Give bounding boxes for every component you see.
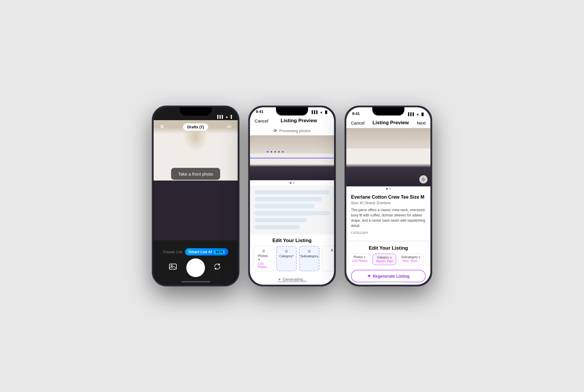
photos-tab-2[interactable]: ⊕ Photos ∨ 1/16 Photos bbox=[253, 246, 274, 271]
shutter-button[interactable] bbox=[186, 258, 205, 277]
photos-tab3-label: Photos ∨ bbox=[354, 256, 366, 259]
signal-icon-1: ▌▌▌ bbox=[217, 115, 224, 118]
category-tab-3[interactable]: Category ∨ Women Tops bbox=[372, 253, 396, 265]
next-button-3[interactable]: Next bbox=[417, 120, 426, 125]
photo-dots-2 bbox=[250, 180, 334, 186]
cancel-button-2[interactable]: Cancel bbox=[255, 118, 268, 123]
edit-tabs-3: Photos ∨ 1/16 Photos Category ∨ Women To… bbox=[346, 253, 430, 267]
battery-icon-3: ▐▌ bbox=[420, 113, 425, 116]
listing-description: This piece offers a classic crew neck, o… bbox=[351, 207, 426, 228]
subcategory-tab3-label: Subcategory ∨ bbox=[401, 256, 420, 259]
classic-list-label[interactable]: Classic List bbox=[163, 250, 182, 254]
drafts-badge[interactable]: Drafts (7) bbox=[183, 123, 208, 131]
camera-screen: ▌▌▌ ▲ ▐ ✕ Drafts (7) ✂ Take a front bbox=[154, 107, 238, 285]
photos-tab-icon: ⊕ bbox=[262, 249, 265, 253]
home-indicator-1 bbox=[181, 281, 210, 282]
skeleton-1 bbox=[255, 190, 329, 194]
loading-section bbox=[250, 186, 334, 234]
phone-preview: 9:41 ▌▌▌ ▲ ▐▌ Cancel Listing Preview Nex… bbox=[345, 106, 432, 286]
processing-icon: ⟳ bbox=[274, 128, 277, 133]
scissors-button[interactable]: ✂ bbox=[227, 123, 232, 131]
nav-title-3: Listing Preview bbox=[373, 120, 409, 126]
status-time-2: 9:41 bbox=[256, 109, 263, 114]
brand-tab-2[interactable]: B bbox=[322, 246, 334, 271]
smart-list-text: Smart List AI bbox=[189, 250, 212, 254]
scan-dot bbox=[274, 151, 276, 153]
photos-tab-3[interactable]: Photos ∨ 1/16 Photos bbox=[349, 253, 371, 265]
wifi-icon-2: ▲ bbox=[320, 110, 323, 114]
battery-icon-2: ▐▌ bbox=[324, 111, 328, 114]
camera-top-bar: ✕ Drafts (7) ✂ bbox=[154, 120, 238, 134]
photos-tab3-sublabel: 1/16 Photos bbox=[352, 259, 367, 262]
wifi-icon-1: ▲ bbox=[225, 115, 228, 118]
brand-tab-label: B bbox=[331, 249, 333, 252]
scan-dots bbox=[267, 151, 284, 153]
processing-screen: 9:41 ▌▌▌ ▲ ▐▌ Cancel Listing Preview bbox=[250, 107, 334, 285]
skeleton-3 bbox=[255, 204, 314, 208]
svg-point-1 bbox=[171, 265, 173, 266]
front-photo-label: Take a front photo bbox=[171, 168, 220, 180]
wifi-icon-3: ▲ bbox=[416, 112, 419, 116]
edit-listing-title-3: Edit Your Listing bbox=[346, 242, 430, 253]
phone-processing: 9:41 ▌▌▌ ▲ ▐▌ Cancel Listing Preview bbox=[248, 106, 336, 286]
notch-3 bbox=[372, 107, 404, 116]
home-indicator-3 bbox=[374, 281, 403, 282]
regen-sparkle-icon: ✦ bbox=[367, 273, 371, 279]
listing-card-dots bbox=[346, 186, 430, 191]
skeleton-5 bbox=[255, 218, 307, 222]
nav-title-2: Listing Preview bbox=[281, 118, 317, 124]
processing-text: Processing photos bbox=[279, 129, 311, 133]
listing-dot-2 bbox=[389, 188, 391, 190]
edit-listing-section-2: Edit Your Listing ⊕ Photos ∨ 1/16 Photos… bbox=[250, 234, 334, 285]
status-icons-2: ▌▌▌ ▲ ▐▌ bbox=[312, 110, 328, 114]
category-tab3-sublabel: Women Tops bbox=[376, 260, 393, 263]
scan-dot bbox=[271, 151, 272, 153]
category-tab-label: Category* bbox=[279, 254, 294, 258]
smart-list-badge[interactable]: Smart List AI BETA bbox=[185, 248, 228, 256]
phone-camera: ▌▌▌ ▲ ▐ ✕ Drafts (7) ✂ Take a front bbox=[152, 106, 239, 286]
listing-title: Everlane Cotton Crew Tee Size M bbox=[351, 195, 426, 200]
scan-dot bbox=[267, 151, 268, 153]
camera-controls bbox=[154, 258, 238, 277]
svg-rect-0 bbox=[169, 264, 176, 269]
listing-card bbox=[346, 128, 430, 191]
photos-tab-label: Photos ∨ bbox=[258, 254, 270, 261]
skeleton-4 bbox=[255, 211, 329, 215]
nav-bar-3: Cancel Listing Preview Next bbox=[346, 118, 430, 128]
subcategory-tab-2[interactable]: ⊕ Subcategory bbox=[299, 246, 319, 271]
category-tab-icon: ⊕ bbox=[285, 249, 288, 253]
listing-meta: Size: M | Brand: Everlane bbox=[351, 201, 426, 205]
nav-bar-2: Cancel Listing Preview bbox=[250, 116, 334, 126]
svg-point-2 bbox=[423, 178, 424, 180]
subcategory-tab-icon: ⊕ bbox=[307, 249, 311, 253]
generating-bar: ✦ Generating... bbox=[250, 274, 334, 285]
brand-tab-3[interactable]: Br Ev bbox=[425, 253, 430, 265]
subcategory-tab-label: Subcategory bbox=[300, 254, 318, 258]
category-label: CATEGORY bbox=[351, 231, 426, 235]
listing-dot-1 bbox=[386, 188, 388, 190]
edit-listing-section-3: Edit Your Listing Photos ∨ 1/16 Photos C… bbox=[346, 242, 430, 285]
preview-screen: 9:41 ▌▌▌ ▲ ▐▌ Cancel Listing Preview Nex… bbox=[346, 107, 430, 285]
category-tab-2[interactable]: ⊕ Category* bbox=[276, 246, 297, 271]
cancel-button-3[interactable]: Cancel bbox=[351, 120, 365, 125]
listing-card-photo bbox=[346, 128, 430, 186]
subcategory-tab-3[interactable]: Subcategory ∨ Tees- Short... bbox=[398, 253, 424, 265]
signal-icon-2: ▌▌▌ bbox=[312, 110, 319, 114]
skeleton-6 bbox=[255, 225, 300, 229]
home-indicator-2 bbox=[277, 281, 307, 282]
camera-close-button[interactable]: ✕ bbox=[159, 123, 165, 131]
status-time-3: 9:41 bbox=[352, 111, 360, 116]
listing-photo-2 bbox=[250, 135, 334, 180]
status-icons-1: ▌▌▌ ▲ ▐ bbox=[217, 115, 232, 118]
photo-dot-2 bbox=[293, 182, 295, 184]
scan-dot bbox=[282, 151, 284, 153]
battery-icon-1: ▐ bbox=[230, 115, 232, 118]
edit-photo-icon[interactable] bbox=[419, 175, 427, 183]
edit-listing-title-2: Edit Your Listing bbox=[250, 234, 334, 246]
gallery-button[interactable] bbox=[169, 262, 179, 273]
listing-mode-bar: Classic List Smart List AI BETA bbox=[163, 248, 228, 256]
flip-camera-button[interactable] bbox=[212, 262, 223, 273]
notch-2 bbox=[276, 107, 308, 116]
regenerate-listing-button[interactable]: ✦ Regenerate Listing bbox=[351, 270, 426, 282]
status-icons-3: ▌▌▌ ▲ ▐▌ bbox=[408, 112, 425, 116]
